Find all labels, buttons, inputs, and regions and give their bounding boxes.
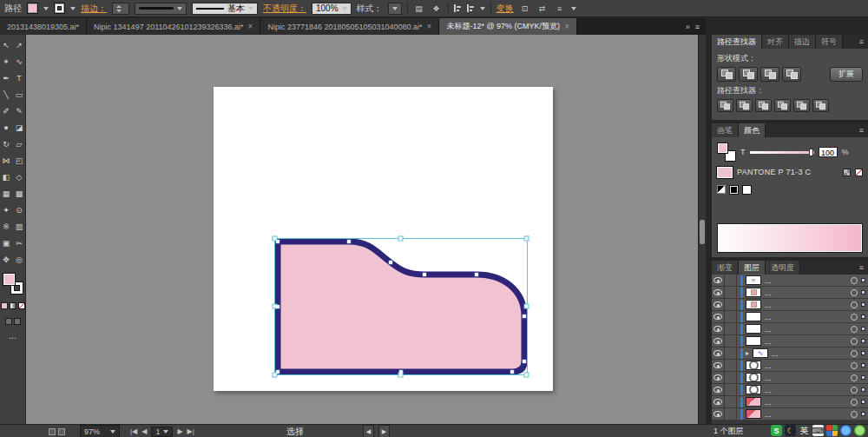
document-tab[interactable]: 未标题-12* @ 97% (CMYK/预览)× — [439, 18, 577, 35]
document-tab[interactable]: Nipic 23771846 20180505105031040080.ai*× — [260, 18, 439, 35]
color-grid-tray-icon[interactable] — [826, 425, 838, 436]
blue-circle-tray-icon[interactable] — [840, 425, 852, 436]
direct-selection-tool[interactable]: ↗ — [13, 39, 25, 50]
expand-button[interactable]: 扩展 — [830, 67, 863, 82]
fill-swatch[interactable] — [717, 142, 728, 154]
rectangle-tool[interactable]: ▭ — [13, 89, 25, 100]
slice-tool[interactable]: ✂ — [13, 237, 25, 248]
layer-lock-cell[interactable] — [725, 323, 737, 334]
layer-target-icon[interactable] — [851, 314, 858, 321]
color-mode-button[interactable] — [1, 302, 8, 309]
layer-target-icon[interactable] — [851, 326, 858, 333]
layer-target-icon[interactable] — [851, 289, 858, 296]
shape-builder-tool[interactable]: ◧ — [0, 171, 12, 182]
rotate-tool[interactable]: ↻ — [0, 138, 12, 149]
color-grid-icon[interactable] — [843, 169, 851, 176]
vertical-scrollbar[interactable] — [698, 35, 706, 424]
layer-lock-cell[interactable] — [725, 348, 737, 359]
status-icon[interactable] — [49, 428, 56, 435]
divide-button[interactable] — [717, 99, 733, 112]
layer-row[interactable]: ... — [712, 287, 868, 299]
status-icon[interactable] — [58, 428, 65, 435]
first-artboard-button[interactable]: |◀ — [130, 427, 137, 435]
gradient-tool[interactable]: ▩ — [13, 188, 25, 199]
next-artboard-button[interactable]: ▶ — [177, 427, 182, 435]
layer-target-icon[interactable] — [851, 399, 858, 406]
layer-target-icon[interactable] — [851, 362, 858, 369]
panel-tab[interactable]: 透明度 — [766, 261, 800, 275]
layer-visibility-toggle[interactable] — [712, 360, 725, 371]
layer-lock-cell[interactable] — [725, 299, 737, 310]
scroll-left-button[interactable]: ◀ — [363, 425, 374, 437]
pen-tool[interactable]: ✒ — [0, 72, 12, 83]
toolbar-more-icon[interactable]: ⋯ — [9, 334, 16, 342]
chevron-down-icon[interactable] — [571, 7, 576, 10]
layer-target-icon[interactable] — [851, 374, 858, 381]
layer-row[interactable]: ... — [712, 360, 868, 372]
green-circle-tray-icon[interactable] — [854, 425, 865, 436]
tab-close-icon[interactable]: × — [248, 23, 253, 31]
layer-target-icon[interactable] — [851, 350, 858, 357]
scrollbar-thumb[interactable] — [700, 220, 705, 244]
fill-swatch[interactable] — [3, 273, 16, 286]
layer-target-icon[interactable] — [851, 301, 858, 308]
layer-visibility-toggle[interactable] — [712, 323, 725, 334]
document-tab[interactable]: 20131438019305.ai* — [0, 18, 87, 35]
prev-artboard-button[interactable]: ◀ — [141, 427, 147, 435]
layer-lock-cell[interactable] — [725, 287, 737, 298]
layer-visibility-toggle[interactable] — [712, 348, 725, 359]
eraser-tool[interactable]: ◪ — [13, 122, 25, 133]
minus-front-button[interactable] — [739, 67, 758, 82]
expander-icon[interactable]: ▸ — [746, 350, 753, 357]
eyedropper-tool[interactable]: ✦ — [0, 204, 12, 215]
blend-tool[interactable]: ⊙ — [13, 204, 25, 215]
pencil-tool[interactable]: ✎ — [13, 105, 25, 116]
brush-definition-select[interactable]: 基本 — [192, 3, 258, 15]
layer-lock-cell[interactable] — [725, 275, 737, 286]
gradient-mode-button[interactable] — [10, 302, 16, 309]
color-ramp[interactable] — [717, 223, 863, 253]
stroke-dropdown-icon[interactable] — [70, 7, 76, 10]
layer-target-icon[interactable] — [851, 411, 858, 418]
panel-tab[interactable]: 图层 — [739, 261, 766, 275]
keyboard-icon[interactable]: ⌨ — [812, 425, 824, 436]
layer-lock-cell[interactable] — [725, 384, 737, 395]
layer-row[interactable]: ... — [712, 408, 868, 420]
layer-row[interactable]: ... — [712, 275, 868, 287]
hand-tool[interactable]: ✥ — [0, 254, 12, 265]
fill-stroke-proxy-small[interactable] — [717, 142, 736, 162]
crop-button[interactable] — [774, 99, 791, 112]
panel-tab[interactable]: 画笔 — [712, 123, 739, 137]
panel-options-icon[interactable]: ≡ — [554, 3, 566, 14]
isolate-icon[interactable]: ⊡ — [519, 3, 531, 14]
graph-tool[interactable]: ▥ — [13, 221, 25, 232]
width-profile-select[interactable] — [135, 3, 187, 15]
slider-knob[interactable] — [809, 149, 813, 156]
scroll-right-button[interactable]: ▶ — [378, 425, 390, 437]
selection-tool[interactable]: ↖ — [0, 39, 12, 50]
layer-target-icon[interactable] — [851, 338, 858, 345]
layer-row[interactable]: ... — [712, 311, 868, 323]
sogou-input-icon[interactable]: S — [771, 425, 782, 436]
arrange-icon[interactable]: ⇄ — [536, 3, 549, 14]
layer-visibility-toggle[interactable] — [712, 275, 725, 286]
ime-language-indicator[interactable]: 英 — [799, 425, 810, 436]
white-swatch[interactable] — [742, 185, 752, 195]
minus-back-button[interactable] — [812, 99, 829, 112]
type-tool[interactable]: T — [13, 72, 25, 83]
artboard-number-select[interactable]: 1 — [151, 427, 173, 437]
layer-visibility-toggle[interactable] — [712, 335, 725, 347]
free-transform-tool[interactable]: ◰ — [13, 155, 25, 166]
fill-dropdown-icon[interactable] — [43, 7, 49, 10]
layer-row[interactable]: ▸... — [712, 348, 868, 360]
tab-overflow-icon[interactable]: » — [686, 23, 690, 31]
panel-menu-icon[interactable]: ≡ — [855, 123, 868, 137]
normal-screen-mode-button[interactable] — [5, 318, 12, 325]
tint-value-field[interactable]: 100 — [819, 147, 838, 157]
paintbrush-tool[interactable]: ✐ — [0, 105, 12, 116]
trim-button[interactable] — [736, 99, 753, 112]
preferences-icon[interactable]: ❖ — [431, 3, 443, 14]
canvas-area[interactable] — [26, 35, 706, 424]
stroke-weight-select[interactable] — [112, 3, 129, 15]
panel-tab[interactable]: 对齐 — [762, 35, 789, 49]
